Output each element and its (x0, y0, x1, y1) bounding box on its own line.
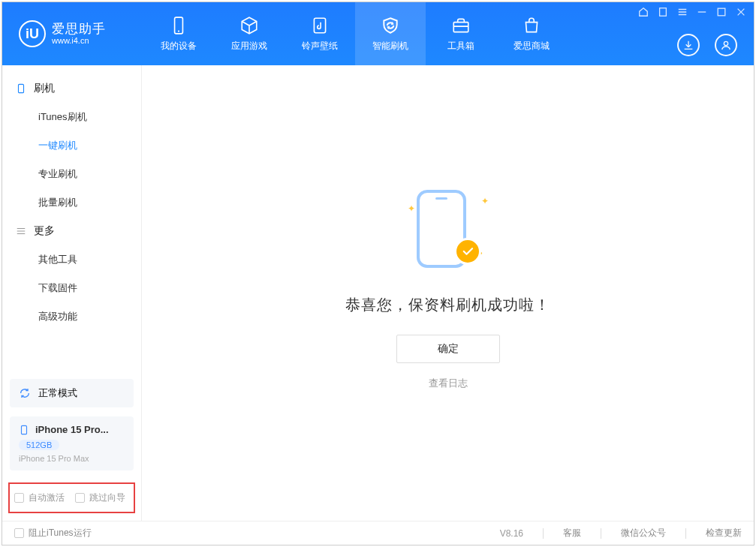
pin-icon[interactable] (658, 7, 668, 17)
version-label: V8.16 (500, 528, 523, 539)
cube-icon (239, 16, 259, 35)
nav-store[interactable]: 爱思商城 (496, 2, 567, 65)
sidebar-item-other-tools[interactable]: 其他工具 (2, 245, 141, 274)
sidebar-item-oneclick-flash[interactable]: 一键刷机 (2, 131, 141, 160)
checkbox-icon (14, 528, 24, 538)
divider (601, 528, 601, 539)
refresh-icon (19, 387, 31, 399)
phone-icon (19, 425, 29, 435)
nav-apps-games[interactable]: 应用游戏 (214, 2, 285, 65)
window-controls (638, 7, 746, 17)
sidebar-item-batch-flash[interactable]: 批量刷机 (2, 188, 141, 217)
sidebar-head-label: 更多 (34, 224, 55, 238)
support-link[interactable]: 客服 (563, 527, 581, 539)
storage-badge: 512GB (19, 440, 59, 450)
music-note-icon (310, 16, 330, 35)
status-title: 恭喜您，保资料刷机成功啦！ (345, 295, 550, 315)
close-icon[interactable] (736, 7, 746, 17)
nav-smart-flash[interactable]: 智能刷机 (355, 2, 426, 65)
sidebar-head-more[interactable]: 更多 (2, 217, 141, 245)
checkbox-icon (14, 493, 24, 503)
check-update-link[interactable]: 检查更新 (706, 527, 742, 539)
checkbox-label: 自动激活 (29, 491, 65, 504)
minimize-icon[interactable] (697, 7, 707, 17)
checkbox-label: 跳过向导 (89, 491, 125, 504)
phone-icon (169, 16, 188, 35)
sidebar: 刷机 iTunes刷机 一键刷机 专业刷机 批量刷机 更多 其他工具 下载固件 … (2, 65, 142, 521)
list-icon (16, 226, 26, 236)
svg-point-6 (724, 41, 727, 45)
feedback-icon[interactable] (638, 7, 649, 17)
flash-options-highlight: 自动激活 跳过向导 (8, 482, 135, 513)
sidebar-item-download-firmware[interactable]: 下载固件 (2, 274, 141, 302)
app-url: www.i4.cn (52, 36, 106, 45)
view-log-link[interactable]: 查看日志 (429, 377, 468, 390)
logo: iU 爱思助手 www.i4.cn (2, 2, 143, 65)
sidebar-item-pro-flash[interactable]: 专业刷机 (2, 160, 141, 188)
device-name: iPhone 15 Pro... (35, 424, 109, 435)
success-illustration: ✦ ✦ • (403, 185, 493, 275)
sparkle-icon: ✦ (481, 196, 489, 206)
content-area: ✦ ✦ • 恭喜您，保资料刷机成功啦！ 确定 查看日志 (142, 65, 754, 521)
checkbox-label: 阻止iTunes运行 (29, 527, 92, 539)
sidebar-head-flash[interactable]: 刷机 (2, 74, 141, 103)
account-button[interactable] (715, 34, 737, 56)
device-card[interactable]: iPhone 15 Pro... 512GB iPhone 15 Pro Max (10, 416, 134, 470)
svg-rect-0 (660, 8, 667, 17)
download-manager-button[interactable] (677, 34, 700, 56)
confirm-button[interactable]: 确定 (396, 335, 500, 363)
header: iU 爱思助手 www.i4.cn 我的设备 应用游戏 铃声壁纸 智能刷机 (2, 2, 754, 65)
divider (543, 528, 544, 539)
device-mode-card[interactable]: 正常模式 (10, 379, 134, 407)
header-tools (677, 34, 737, 56)
nav-toolbox[interactable]: 工具箱 (426, 2, 496, 65)
checkbox-skip-wizard[interactable]: 跳过向导 (75, 491, 125, 504)
logo-icon: iU (19, 20, 46, 47)
sidebar-item-itunes-flash[interactable]: iTunes刷机 (2, 103, 141, 131)
refresh-shield-icon (381, 16, 400, 35)
sidebar-head-label: 刷机 (34, 82, 55, 95)
checkbox-auto-activate[interactable]: 自动激活 (14, 491, 65, 504)
menu-icon[interactable] (677, 7, 688, 17)
sidebar-item-advanced[interactable]: 高级功能 (2, 302, 141, 331)
checkbox-icon (75, 493, 85, 503)
main-nav: 我的设备 应用游戏 铃声壁纸 智能刷机 工具箱 爱思商城 (143, 2, 567, 65)
footer: 阻止iTunes运行 V8.16 客服 微信公众号 检查更新 (2, 521, 754, 545)
success-check-icon (454, 238, 481, 265)
svg-point-3 (178, 30, 179, 32)
nav-my-device[interactable]: 我的设备 (143, 2, 214, 65)
wechat-link[interactable]: 微信公众号 (621, 527, 666, 539)
svg-rect-5 (453, 22, 468, 32)
sparkle-icon: ✦ (408, 203, 415, 214)
device-full-name: iPhone 15 Pro Max (19, 454, 125, 463)
svg-rect-1 (718, 8, 725, 16)
sidebar-section-flash: 刷机 iTunes刷机 一键刷机 专业刷机 批量刷机 (2, 74, 141, 217)
device-mode-label: 正常模式 (38, 386, 77, 400)
app-name: 爱思助手 (52, 23, 106, 37)
sidebar-section-more: 更多 其他工具 下载固件 高级功能 (2, 217, 141, 331)
checkbox-block-itunes[interactable]: 阻止iTunes运行 (14, 527, 92, 539)
toolbox-icon (451, 16, 471, 35)
device-icon (16, 83, 26, 94)
svg-rect-7 (19, 84, 24, 92)
shopping-bag-icon (522, 16, 541, 35)
svg-rect-8 (22, 425, 27, 434)
maximize-icon[interactable] (716, 7, 727, 17)
divider (685, 528, 686, 539)
nav-ringtones-wallpapers[interactable]: 铃声壁纸 (285, 2, 355, 65)
svg-rect-4 (314, 18, 325, 33)
